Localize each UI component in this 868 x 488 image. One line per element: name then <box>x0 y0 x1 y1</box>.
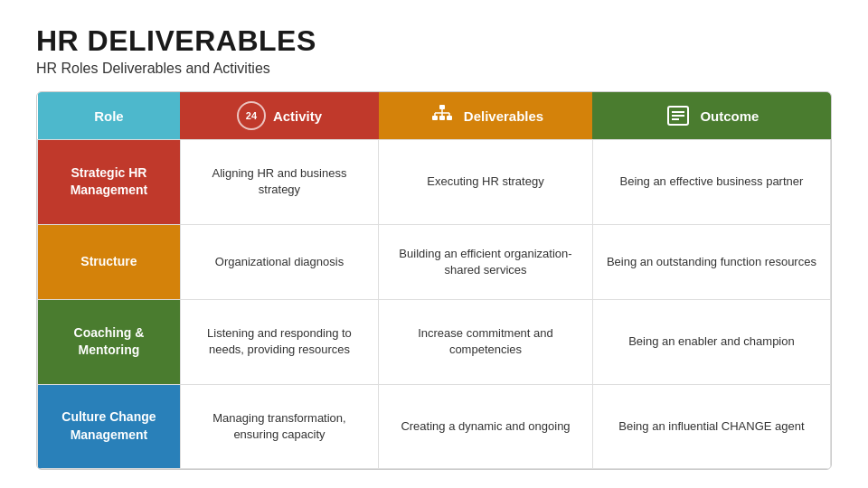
role-cell: Structure <box>38 224 181 300</box>
role-cell: Culture Change Management <box>38 384 181 468</box>
col-header-outcome: Outcome <box>592 92 830 140</box>
deliverables-cell: Executing HR strategy <box>379 140 593 224</box>
svg-rect-3 <box>447 116 452 120</box>
svg-rect-0 <box>439 105 445 109</box>
sub-title: HR Roles Deliverables and Activities <box>36 61 832 77</box>
header-row: Role 24 Activity <box>38 92 831 140</box>
svg-rect-2 <box>439 116 445 120</box>
deliverables-cell: Building an efficient organization- shar… <box>379 224 593 300</box>
col-header-activity: 24 Activity <box>180 92 378 140</box>
activity-label: Activity <box>273 108 322 124</box>
role-cell: Coaching & Mentoring <box>38 300 181 384</box>
svg-rect-1 <box>432 116 438 120</box>
list-icon <box>664 101 693 130</box>
clock-icon: 24 <box>237 101 266 130</box>
page-container: HR DELIVERABLES HR Roles Deliverables an… <box>0 0 868 488</box>
col-header-deliverables: Deliverables <box>379 92 593 140</box>
activity-cell: Organizational diagnosis <box>180 224 378 300</box>
table-row: StructureOrganizational diagnosisBuildin… <box>38 224 831 300</box>
main-title: HR DELIVERABLES <box>36 25 832 57</box>
table-row: Culture Change ManagementManaging transf… <box>38 384 831 468</box>
col-header-role: Role <box>38 92 181 140</box>
org-chart-icon <box>428 101 457 130</box>
outcome-label: Outcome <box>700 108 759 124</box>
activity-cell: Managing transformation, ensuring capaci… <box>180 384 378 468</box>
hr-table: Role 24 Activity <box>37 92 831 469</box>
outcome-cell: Being an effective business partner <box>592 140 830 224</box>
table-container: Role 24 Activity <box>36 91 832 470</box>
outcome-cell: Being an outstanding function resources <box>592 224 830 300</box>
outcome-cell: Being an influential CHANGE agent <box>592 384 830 468</box>
deliverables-label: Deliverables <box>464 108 543 124</box>
role-label: Role <box>94 108 124 124</box>
deliverables-cell: Creating a dynamic and ongoing <box>379 384 593 468</box>
deliverables-cell: Increase commitment and competencies <box>379 300 593 384</box>
outcome-cell: Being an enabler and champion <box>592 300 830 384</box>
table-row: Strategic HR ManagementAligning HR and b… <box>38 140 831 224</box>
activity-cell: Aligning HR and business strategy <box>180 140 378 224</box>
activity-cell: Listening and responding to needs, provi… <box>180 300 378 384</box>
role-cell: Strategic HR Management <box>38 140 181 224</box>
table-row: Coaching & MentoringListening and respon… <box>38 300 831 384</box>
